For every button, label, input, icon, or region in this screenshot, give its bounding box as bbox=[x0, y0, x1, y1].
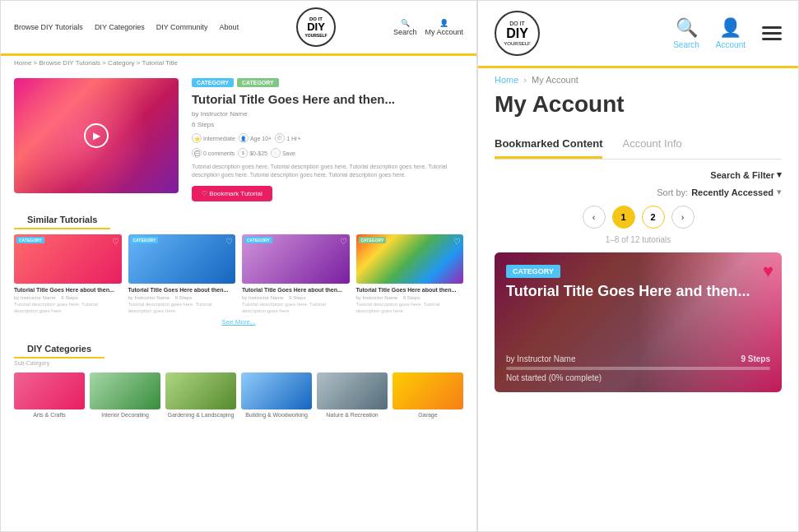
similar-card-3: CATEGORY ♡ Tutorial Title Goes Here abou… bbox=[242, 234, 350, 315]
tag-row: CATEGORY CATEGORY bbox=[192, 78, 463, 87]
similar-img-1: CATEGORY ♡ bbox=[14, 234, 122, 284]
nav-links: Browse DIY Tutorials DIY Categories DIY … bbox=[14, 23, 239, 31]
sort-chevron-icon[interactable]: ▾ bbox=[777, 187, 782, 197]
steps-badge: 6 Steps bbox=[192, 121, 463, 128]
account-button[interactable]: 👤 My Account bbox=[425, 19, 463, 36]
meta-comments: 💬 0 comments bbox=[192, 148, 235, 158]
categories-grid: Arts & Crafts Interior Decorating Garden… bbox=[14, 372, 463, 418]
cat-label-nature: Nature & Recreation bbox=[317, 412, 388, 418]
age-icon: 👤 bbox=[239, 133, 249, 143]
tabs: Bookmarked Content Account Info bbox=[495, 131, 782, 160]
comments-icon: 💬 bbox=[192, 148, 202, 158]
play-button[interactable]: ▶ bbox=[84, 123, 109, 148]
meta-saves: ♡ Save bbox=[271, 148, 295, 158]
meta-intermediate: ⭐ Intermediate bbox=[192, 133, 235, 143]
card-steps: 9 Steps bbox=[741, 354, 770, 363]
similar-meta-3: by Instructor Name 9 Steps bbox=[242, 295, 350, 300]
nav-about[interactable]: About bbox=[220, 23, 239, 31]
bookmark-button[interactable]: ♡ Bookmark Tutorial bbox=[192, 186, 272, 201]
hamburger-line-1 bbox=[762, 26, 782, 29]
search-icon: 🔍 bbox=[676, 17, 698, 39]
hamburger-line-2 bbox=[762, 32, 782, 35]
bookmark-heart-4[interactable]: ♡ bbox=[453, 237, 461, 246]
cat-img-nature bbox=[317, 372, 388, 409]
left-panel: Browse DIY Tutorials DIY Categories DIY … bbox=[0, 0, 477, 532]
cat-label-crafts: Arts & Crafts bbox=[14, 412, 85, 418]
similar-desc-2: Tutorial description goes here. Tutorial… bbox=[128, 302, 236, 315]
cat-woodwork[interactable]: Building & Woodworking bbox=[241, 372, 312, 418]
hamburger-line-3 bbox=[762, 38, 782, 40]
nav-community[interactable]: DIY Community bbox=[156, 23, 208, 31]
cat-nature[interactable]: Nature & Recreation bbox=[317, 372, 388, 418]
intermediate-icon: ⭐ bbox=[192, 133, 202, 143]
right-search-button[interactable]: 🔍 Search bbox=[673, 17, 699, 49]
bookmark-heart-3[interactable]: ♡ bbox=[340, 237, 347, 246]
search-filter-button[interactable]: Search & Filter ▾ bbox=[710, 169, 782, 180]
right-content: My Account Bookmarked Content Account In… bbox=[478, 91, 798, 392]
similar-desc-3: Tutorial description goes here. Tutorial… bbox=[242, 302, 350, 315]
card-tag-2: CATEGORY bbox=[131, 237, 159, 243]
right-account-button[interactable]: 👤 Account bbox=[716, 17, 746, 49]
tutorial-thumbnail: ▶ bbox=[14, 78, 179, 193]
card-heart-icon[interactable]: ♥ bbox=[763, 261, 773, 282]
card-tag-4: CATEGORY bbox=[359, 237, 387, 243]
cat-label-garage: Garage bbox=[393, 412, 463, 418]
bookmark-heart-2[interactable]: ♡ bbox=[225, 237, 233, 246]
search-button[interactable]: 🔍 Search bbox=[393, 19, 417, 36]
card-tag-1: CATEGORY bbox=[16, 237, 44, 243]
next-page-button[interactable]: › bbox=[671, 206, 694, 229]
prev-page-button[interactable]: ‹ bbox=[583, 206, 606, 229]
cat-interior[interactable]: Interior Decorating bbox=[90, 372, 160, 418]
cat-label-garden: Gardening & Landscaping bbox=[165, 412, 236, 418]
tab-bookmarked-content[interactable]: Bookmarked Content bbox=[495, 131, 602, 159]
nav-browse[interactable]: Browse DIY Tutorials bbox=[14, 23, 83, 31]
meta-cost: $ $0-$25 bbox=[238, 148, 267, 158]
similar-title-3: Tutorial Title Goes Here about then... bbox=[242, 287, 350, 294]
bookmark-heart-1[interactable]: ♡ bbox=[112, 237, 119, 246]
breadcrumb-current: My Account bbox=[532, 75, 578, 85]
tag-1: CATEGORY bbox=[192, 78, 234, 87]
categories-section: Arts & Crafts Interior Decorating Garden… bbox=[1, 368, 476, 423]
cat-arts-crafts[interactable]: Arts & Crafts bbox=[14, 372, 85, 418]
pagination: ‹ 1 2 › bbox=[495, 206, 782, 229]
similar-card-1: CATEGORY ♡ Tutorial Title Goes Here abou… bbox=[14, 234, 122, 315]
similar-meta-1: by Instructor Name 9 Steps bbox=[14, 295, 122, 300]
see-more-link[interactable]: See More... bbox=[14, 315, 463, 329]
time-icon: ⏱ bbox=[275, 133, 285, 143]
cat-img-interior bbox=[90, 372, 160, 409]
page-2-button[interactable]: 2 bbox=[642, 206, 665, 229]
cat-img-garage bbox=[393, 372, 463, 409]
search-label: Search bbox=[393, 28, 417, 36]
cat-img-garden bbox=[165, 372, 236, 409]
similar-grid: CATEGORY ♡ Tutorial Title Goes Here abou… bbox=[14, 234, 463, 315]
page-1-button[interactable]: 1 bbox=[612, 206, 635, 229]
account-icon: 👤 bbox=[719, 17, 741, 39]
right-logo-do-it: DO IT bbox=[509, 21, 525, 26]
logo-diy: DIY bbox=[307, 21, 325, 33]
search-icon: 🔍 bbox=[401, 19, 410, 27]
right-breadcrumb: Home › My Account bbox=[478, 68, 798, 91]
right-logo: DO IT DIY YOURSELF bbox=[495, 11, 540, 56]
nav-categories[interactable]: DIY Categories bbox=[95, 23, 145, 31]
similar-meta-4: by Instructor Name 9 Steps bbox=[356, 295, 464, 300]
right-nav: DO IT DIY YOURSELF 🔍 Search 👤 Account bbox=[478, 1, 798, 68]
sort-value[interactable]: Recently Accessed bbox=[691, 187, 773, 197]
tab-account-info[interactable]: Account Info bbox=[622, 131, 681, 159]
hamburger-menu[interactable] bbox=[762, 26, 782, 40]
cat-label-woodwork: Building & Woodworking bbox=[241, 412, 312, 418]
result-count: 1–8 of 12 tutorials bbox=[495, 235, 782, 244]
breadcrumb-home-link[interactable]: Home bbox=[495, 75, 518, 85]
card-progress-bar bbox=[506, 367, 770, 370]
meta-time: ⏱ 1 Hr+ bbox=[275, 133, 300, 143]
right-logo-diy: DIY bbox=[506, 26, 528, 41]
right-panel: DO IT DIY YOURSELF 🔍 Search 👤 Account Ho… bbox=[477, 0, 799, 532]
account-label: My Account bbox=[425, 28, 463, 36]
card-category-tag: CATEGORY bbox=[506, 265, 560, 278]
search-label: Search bbox=[673, 40, 699, 49]
cat-garage[interactable]: Garage bbox=[393, 372, 463, 418]
cat-label-interior: Interior Decorating bbox=[90, 412, 160, 418]
tutorial-card[interactable]: ♥ CATEGORY Tutorial Title Goes Here and … bbox=[495, 252, 782, 392]
cat-garden[interactable]: Gardening & Landscaping bbox=[165, 372, 236, 418]
similar-tutorials-header: Similar Tutorials bbox=[14, 210, 110, 229]
similar-meta-2: by Instructor Name 9 Steps bbox=[128, 295, 236, 300]
